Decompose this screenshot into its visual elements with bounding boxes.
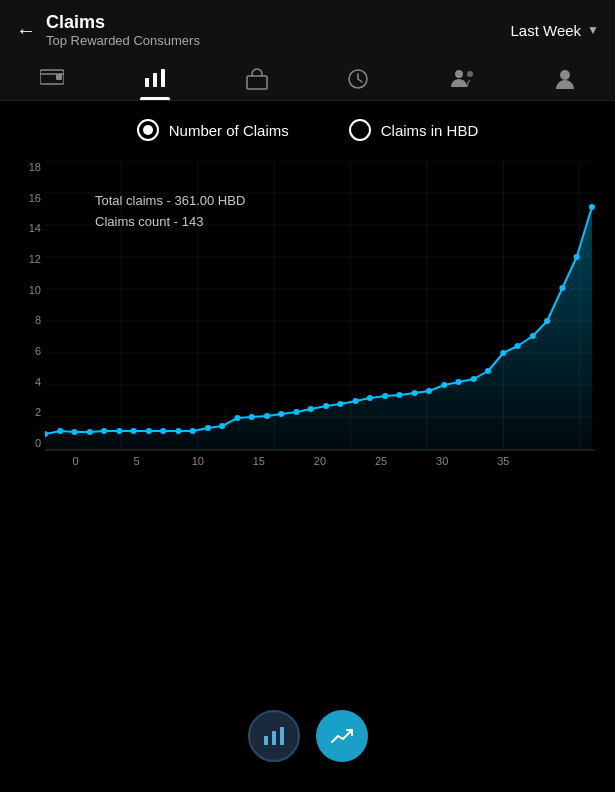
svg-rect-5 — [161, 69, 165, 87]
chart-container: 0 2 4 6 8 10 12 14 16 18 — [10, 161, 595, 481]
chevron-down-icon: ▼ — [587, 23, 599, 37]
tab-profile[interactable] — [543, 62, 587, 100]
header-right: Last Week ▼ — [511, 22, 599, 39]
svg-point-41 — [205, 425, 211, 431]
svg-point-43 — [234, 415, 240, 421]
svg-rect-3 — [145, 78, 149, 87]
y-label-2: 2 — [10, 406, 45, 418]
svg-point-63 — [530, 333, 536, 339]
svg-point-37 — [146, 428, 152, 434]
x-label-30: 30 — [412, 455, 473, 467]
svg-point-59 — [471, 376, 477, 382]
header: ← Claims Top Rewarded Consumers Last Wee… — [0, 0, 615, 56]
svg-point-58 — [455, 379, 461, 385]
svg-rect-68 — [264, 736, 268, 745]
svg-point-11 — [467, 71, 473, 77]
tab-wallet[interactable] — [28, 62, 76, 100]
svg-point-57 — [441, 382, 447, 388]
svg-point-44 — [249, 414, 255, 420]
svg-point-12 — [560, 70, 570, 80]
svg-point-54 — [396, 392, 402, 398]
svg-rect-1 — [56, 74, 62, 80]
y-label-6: 6 — [10, 345, 45, 357]
x-label-10: 10 — [167, 455, 228, 467]
header-left: ← Claims Top Rewarded Consumers — [16, 12, 200, 48]
svg-point-10 — [455, 70, 463, 78]
svg-point-49 — [323, 403, 329, 409]
svg-point-61 — [500, 350, 506, 356]
svg-point-31 — [57, 428, 63, 434]
radio-circle-claims — [137, 119, 159, 141]
total-claims-label: Total claims - 361.00 HBD — [95, 191, 245, 212]
svg-point-45 — [264, 413, 270, 419]
svg-point-48 — [308, 406, 314, 412]
svg-point-52 — [367, 395, 373, 401]
svg-point-32 — [71, 429, 77, 435]
page-subtitle: Top Rewarded Consumers — [46, 33, 200, 48]
svg-point-42 — [219, 423, 225, 429]
tab-people[interactable] — [437, 62, 487, 100]
x-label-20: 20 — [289, 455, 350, 467]
back-button[interactable]: ← — [16, 19, 36, 42]
bar-chart-fab[interactable] — [248, 710, 300, 762]
radio-claims-in-hbd[interactable]: Claims in HBD — [349, 119, 479, 141]
y-label-14: 14 — [10, 222, 45, 234]
svg-rect-70 — [280, 727, 284, 745]
x-label-0: 0 — [45, 455, 106, 467]
x-label-25: 25 — [351, 455, 412, 467]
x-label-5: 5 — [106, 455, 167, 467]
svg-point-56 — [426, 388, 432, 394]
svg-point-55 — [412, 390, 418, 396]
nav-tabs — [0, 56, 615, 101]
y-label-8: 8 — [10, 314, 45, 326]
svg-point-62 — [515, 343, 521, 349]
trend-fab[interactable] — [316, 710, 368, 762]
svg-rect-69 — [272, 731, 276, 745]
svg-point-51 — [353, 398, 359, 404]
period-dropdown[interactable]: Last Week ▼ — [511, 22, 599, 39]
page-title: Claims — [46, 12, 200, 33]
svg-point-66 — [574, 254, 580, 260]
svg-point-39 — [175, 428, 181, 434]
y-label-18: 18 — [10, 161, 45, 173]
tab-history[interactable] — [335, 62, 381, 100]
svg-rect-4 — [153, 73, 157, 87]
svg-point-47 — [294, 409, 300, 415]
y-axis: 0 2 4 6 8 10 12 14 16 18 — [10, 161, 45, 451]
svg-point-40 — [190, 428, 196, 434]
radio-row: Number of Claims Claims in HBD — [0, 101, 615, 151]
svg-point-50 — [337, 401, 343, 407]
fab-row — [248, 710, 368, 762]
tab-market[interactable] — [234, 62, 280, 100]
svg-line-9 — [358, 79, 362, 82]
svg-point-60 — [485, 368, 491, 374]
radio-label-hbd: Claims in HBD — [381, 122, 479, 139]
svg-point-38 — [160, 428, 166, 434]
svg-point-46 — [278, 411, 284, 417]
x-axis: 0 5 10 15 20 25 30 35 — [45, 451, 595, 481]
header-titles: Claims Top Rewarded Consumers — [46, 12, 200, 48]
chart-svg-area: Total claims - 361.00 HBD Claims count -… — [45, 161, 595, 451]
claims-count-label: Claims count - 143 — [95, 212, 245, 233]
y-label-0: 0 — [10, 437, 45, 449]
svg-point-64 — [544, 318, 550, 324]
y-label-4: 4 — [10, 376, 45, 388]
svg-rect-6 — [247, 76, 267, 89]
svg-point-33 — [87, 429, 93, 435]
svg-point-65 — [559, 285, 565, 291]
svg-point-35 — [116, 428, 122, 434]
svg-point-34 — [101, 428, 107, 434]
y-label-12: 12 — [10, 253, 45, 265]
x-label-15: 15 — [228, 455, 289, 467]
radio-label-claims: Number of Claims — [169, 122, 289, 139]
tab-chart[interactable] — [132, 62, 178, 100]
x-label-35: 35 — [473, 455, 534, 467]
period-label: Last Week — [511, 22, 582, 39]
chart-info: Total claims - 361.00 HBD Claims count -… — [95, 191, 245, 233]
radio-number-of-claims[interactable]: Number of Claims — [137, 119, 289, 141]
svg-point-36 — [131, 428, 137, 434]
svg-point-67 — [589, 204, 595, 210]
svg-point-53 — [382, 393, 388, 399]
y-label-16: 16 — [10, 192, 45, 204]
y-label-10: 10 — [10, 284, 45, 296]
